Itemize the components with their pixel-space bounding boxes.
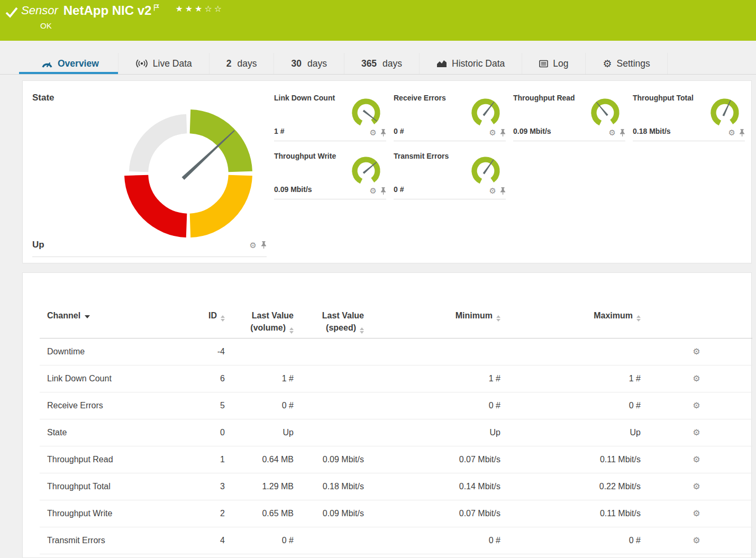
channel-name: Throughput Write: [40, 500, 193, 527]
table-header-row: Channel ID Last Value(volume) Last Value…: [40, 302, 752, 339]
maximum-value: 0.22 Mbit/s: [500, 473, 641, 500]
maximum-value: Up: [500, 419, 641, 446]
minimum-value: 0 #: [364, 527, 500, 554]
maximum-value: 0.11 Mbit/s: [500, 446, 641, 473]
last-value-volume: 0 #: [225, 392, 294, 419]
priority-flag-icon[interactable]: [153, 3, 159, 13]
last-value-volume: 1 #: [225, 365, 294, 392]
channel-name: Transmit Errors: [40, 527, 193, 554]
tab-bar: Overview Live Data 2days 30days 365days: [0, 53, 756, 75]
channel-name: Receive Errors: [40, 392, 193, 419]
channel-id: 6: [193, 365, 225, 392]
pin-icon[interactable]: [500, 187, 506, 195]
gear-icon[interactable]: ⚙: [489, 129, 496, 136]
col-header-minimum[interactable]: Minimum: [364, 302, 500, 339]
channel-settings-gear-icon[interactable]: ⚙: [693, 374, 700, 383]
pin-icon[interactable]: [380, 187, 386, 195]
minimum-value: 1 #: [364, 365, 500, 392]
gear-icon[interactable]: ⚙: [250, 241, 257, 249]
channel-settings-gear-icon[interactable]: ⚙: [693, 347, 700, 356]
empty-cell: [513, 151, 625, 199]
channel-settings-gear-icon[interactable]: ⚙: [693, 401, 700, 410]
priority-stars[interactable]: ★★★☆☆: [175, 4, 224, 14]
tab-settings[interactable]: ⚙ Settings: [586, 53, 667, 74]
pin-icon[interactable]: [739, 129, 745, 136]
channel-id: 2: [193, 500, 225, 527]
gear-icon: ⚙: [603, 59, 612, 69]
last-value-speed: [294, 392, 364, 419]
last-value-speed: [294, 339, 364, 365]
gear-icon[interactable]: ⚙: [370, 187, 377, 195]
channel-name: Throughput Total: [40, 473, 193, 500]
sort-toggle-icon[interactable]: [636, 315, 641, 322]
col-header-channel[interactable]: Channel: [40, 302, 193, 339]
mini-gauge-link-down-count: Link Down Count 1 # ⚙: [274, 93, 386, 141]
area-chart-icon: [436, 60, 447, 68]
tab-live-data[interactable]: Live Data: [119, 53, 210, 74]
object-kind-label: Sensor: [21, 4, 58, 17]
pin-icon[interactable]: [500, 129, 506, 136]
maximum-value: 1 #: [500, 365, 641, 392]
prtg-sensor-page: Sensor NetApp NIC v2 ★★★☆☆ OK Overview: [0, 0, 756, 558]
sort-toggle-icon[interactable]: [221, 315, 225, 322]
channel-settings-gear-icon[interactable]: ⚙: [693, 536, 700, 545]
sort-toggle-icon[interactable]: [360, 327, 364, 334]
gear-icon[interactable]: ⚙: [609, 129, 616, 136]
channel-settings-gear-icon[interactable]: ⚙: [693, 482, 700, 491]
gauge-value: 0 #: [394, 127, 404, 135]
col-header-last-value-speed[interactable]: Last Value(speed): [294, 302, 364, 339]
gear-icon[interactable]: ⚙: [370, 129, 377, 136]
table-row: Throughput Read 1 0.64 MB 0.09 Mbit/s 0.…: [40, 446, 752, 473]
col-header-id[interactable]: ID: [193, 302, 225, 339]
mini-gauge-grid: Link Down Count 1 # ⚙ Receive Errors 0 #: [274, 93, 745, 199]
table-row: State 0 Up Up Up ⚙: [40, 419, 752, 446]
maximum-value: [500, 339, 641, 365]
last-value-speed: [294, 365, 364, 392]
tab-365-days[interactable]: 365days: [344, 53, 420, 74]
channel-settings-gear-icon[interactable]: ⚙: [693, 428, 700, 437]
channel-name: Throughput Read: [40, 446, 193, 473]
channel-settings-gear-icon[interactable]: ⚙: [693, 455, 700, 464]
mini-gauge-dial: [469, 156, 503, 187]
gear-icon[interactable]: ⚙: [728, 129, 735, 136]
last-value-volume: Up: [225, 419, 294, 446]
state-gauge-value: Up: [32, 240, 44, 250]
sensor-header: Sensor NetApp NIC v2 ★★★☆☆ OK: [0, 0, 756, 41]
table-row: Downtime -4 ⚙: [40, 339, 752, 365]
page-title: NetApp NIC v2: [63, 3, 152, 19]
channel-settings-gear-icon[interactable]: ⚙: [693, 509, 700, 518]
pin-icon[interactable]: [380, 129, 386, 136]
sort-toggle-icon[interactable]: [289, 327, 294, 334]
status-badge: OK: [40, 21, 224, 30]
stars-empty-icon[interactable]: ☆☆: [204, 4, 224, 13]
col-header-last-value-volume[interactable]: Last Value(volume): [225, 302, 294, 339]
mini-gauge-dial: [588, 98, 622, 129]
last-value-volume: 1.29 MB: [225, 473, 294, 500]
pin-icon[interactable]: [261, 241, 267, 249]
mini-gauge-dial: [349, 98, 383, 129]
last-value-speed: 0.09 Mbit/s: [294, 446, 364, 473]
mini-gauge-receive-errors: Receive Errors 0 # ⚙: [394, 93, 506, 141]
col-header-settings: [641, 302, 752, 339]
minimum-value: [364, 339, 500, 365]
state-panel: State Up ⚙: [22, 80, 752, 263]
col-header-maximum[interactable]: Maximum: [500, 302, 641, 339]
stars-filled-icon[interactable]: ★★★: [175, 4, 204, 13]
last-value-volume: [225, 339, 294, 365]
channel-id: 3: [193, 473, 225, 500]
pin-icon[interactable]: [620, 129, 625, 136]
tab-log[interactable]: Log: [522, 53, 586, 74]
mini-gauge-transmit-errors: Transmit Errors 0 # ⚙: [394, 151, 506, 199]
mini-gauge-throughput-read: Throughput Read 0.09 Mbit/s ⚙: [513, 93, 625, 141]
channel-table: Channel ID Last Value(volume) Last Value…: [40, 302, 752, 554]
tab-30-days[interactable]: 30days: [274, 53, 344, 74]
tab-historic-data[interactable]: Historic Data: [420, 53, 522, 74]
maximum-value: 0 #: [500, 527, 641, 554]
sort-toggle-icon[interactable]: [496, 315, 500, 322]
gear-icon[interactable]: ⚙: [489, 187, 496, 195]
tab-overview[interactable]: Overview: [19, 53, 119, 74]
minimum-value: 0 #: [364, 392, 500, 419]
tab-2-days[interactable]: 2days: [210, 53, 275, 74]
mini-gauge-dial: [708, 98, 742, 129]
channel-id: 4: [193, 527, 225, 554]
